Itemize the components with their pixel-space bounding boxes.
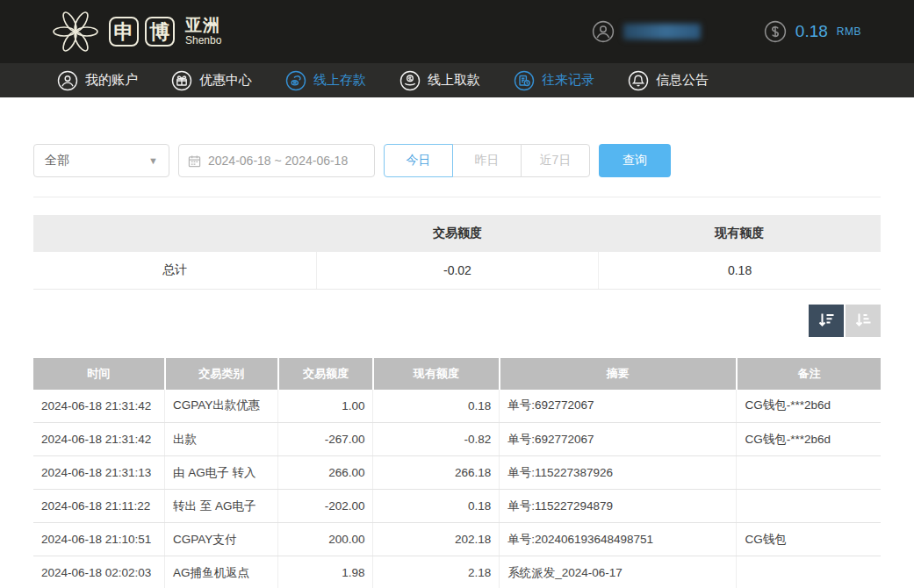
dollar-icon [764,20,787,43]
sort-ascending-button[interactable] [846,305,881,337]
cell-type: 出款 [165,423,278,456]
cell-balance: 2.18 [373,556,500,588]
summary-transaction-total: -0.02 [316,252,598,289]
brand-char-bo: 博 [145,17,175,47]
topbar: 申 博 亚洲 Shenbo [0,0,914,63]
summary-table: 交易额度 现有额度 总计 -0.02 0.18 [33,215,881,290]
date-range-input[interactable]: 2024-06-18 ~ 2024-06-18 [178,144,375,177]
withdraw-icon [399,70,421,91]
col-time: 时间 [33,358,165,390]
sort-asc-icon [853,311,873,330]
balance-amount: 0.18 [795,22,828,41]
cell-type: 由 AG电子 转入 [165,456,278,490]
cell-summary: 单号:115227387926 [500,456,737,490]
cell-remark: CG钱包 [737,523,881,556]
col-summary: 摘要 [500,358,737,390]
brand-region: 亚洲 [185,17,221,35]
gift-icon [171,70,192,91]
filter-row: 全部 ▼ 2024-06-18 ~ 2024-06-18 今日 昨日 近7日 查… [33,144,881,177]
sort-controls [33,305,881,337]
cell-time: 2024-06-18 21:31:13 [33,456,165,490]
cell-balance: 202.18 [373,523,500,556]
calendar-icon [188,154,201,168]
table-row: 2024-06-18 21:31:42 CGPAY出款优惠 1.00 0.18 … [33,390,881,423]
summary-balance-total: 0.18 [599,252,881,289]
col-balance: 现有额度 [373,358,500,390]
cell-summary: 系统派发_2024-06-17 [500,556,737,588]
summary-header-transaction: 交易额度 [316,215,598,252]
quick-date-buttons: 今日 昨日 近7日 [384,144,590,177]
cell-amount: 1.00 [278,390,373,423]
user-account-chip[interactable] [592,20,701,43]
nav-item-online-withdraw[interactable]: 线上取款 [383,63,497,97]
records-table: 时间 交易类别 交易额度 现有额度 摘要 备注 2024-06-18 21:31… [33,358,881,588]
records-header-row: 时间 交易类别 交易额度 现有额度 摘要 备注 [33,358,881,390]
cell-remark: CG钱包-***2b6d [737,390,881,423]
nav-item-my-account[interactable]: 我的账户 [40,63,155,97]
cell-type: CGPAY支付 [165,523,278,556]
nav-item-online-deposit[interactable]: 线上存款 [269,63,383,97]
last7days-button[interactable]: 近7日 [521,144,590,177]
summary-header-empty [33,215,316,252]
page: 申 博 亚洲 Shenbo [0,0,914,588]
cell-time: 2024-06-18 21:11:22 [33,490,165,523]
brand-logo[interactable]: 申 博 亚洲 Shenbo [51,7,221,56]
cell-remark [737,490,881,523]
nav-label: 线上存款 [313,72,366,89]
cell-amount: -202.00 [278,490,373,523]
balance-display[interactable]: 0.18 RMB [764,20,861,43]
cell-type: CGPAY出款优惠 [165,390,278,423]
table-row: 2024-06-18 21:31:13 由 AG电子 转入 266.00 266… [33,456,881,490]
nav-label: 线上取款 [428,72,480,89]
nav-item-promotions[interactable]: 优惠中心 [155,63,269,97]
date-range-value: 2024-06-18 ~ 2024-06-18 [208,154,348,168]
cell-balance: 0.18 [373,490,500,523]
cell-summary: 单号:115227294879 [500,490,737,523]
nav-item-transaction-records[interactable]: 往来记录 [497,63,611,97]
col-amount: 交易额度 [278,358,373,390]
chevron-down-icon: ▼ [148,155,158,166]
search-button[interactable]: 查询 [599,144,671,177]
cell-time: 2024-06-18 21:31:42 [33,423,165,456]
user-icon [592,20,615,43]
balance-currency: RMB [837,25,861,38]
cell-remark [737,556,881,588]
summary-total-row: 总计 -0.02 0.18 [33,252,881,289]
sort-desc-icon [817,311,836,330]
col-remark: 备注 [737,358,881,390]
brand-subtitle: Shenbo [185,35,221,47]
cell-balance: -0.82 [373,423,500,456]
col-type: 交易类别 [165,358,278,390]
bell-icon [628,70,649,91]
cell-remark [737,456,881,490]
summary-total-label: 总计 [33,252,316,289]
cell-type: AG捕鱼机返点 [165,556,278,588]
yesterday-button[interactable]: 昨日 [452,144,522,177]
cell-summary: 单号:692772067 [500,390,737,423]
summary-header-balance: 现有额度 [599,215,881,252]
nav-label: 信息公告 [656,72,709,89]
table-row: 2024-06-18 02:02:03 AG捕鱼机返点 1.98 2.18 系统… [33,556,881,588]
cell-amount: 266.00 [278,456,373,490]
summary-header-row: 交易额度 现有额度 [33,215,881,252]
cell-amount: 1.98 [278,556,373,588]
cell-summary: 单号:202406193648498751 [500,523,737,556]
today-button[interactable]: 今日 [384,144,453,177]
cell-time: 2024-06-18 21:31:42 [33,390,165,423]
type-select-value: 全部 [45,153,69,169]
table-row: 2024-06-18 21:11:22 转出 至 AG电子 -202.00 0.… [33,490,881,523]
table-row: 2024-06-18 21:31:42 出款 -267.00 -0.82 单号:… [33,423,881,456]
table-row: 2024-06-18 21:10:51 CGPAY支付 200.00 202.1… [33,523,881,556]
brand-char-shen: 申 [109,17,139,47]
nav-item-announcements[interactable]: 信息公告 [611,63,725,97]
cell-remark: CG钱包-***2b6d [737,423,881,456]
flower-logo-icon [51,7,100,56]
cell-summary: 单号:692772067 [500,423,737,456]
records-icon [514,70,535,91]
type-select[interactable]: 全部 ▼ [33,144,169,177]
user-icon [57,70,78,91]
main-nav: 我的账户 优惠中心 线上存款 [0,63,914,97]
nav-label: 优惠中心 [199,72,252,89]
cell-amount: 200.00 [278,523,373,556]
sort-descending-button[interactable] [809,305,844,337]
